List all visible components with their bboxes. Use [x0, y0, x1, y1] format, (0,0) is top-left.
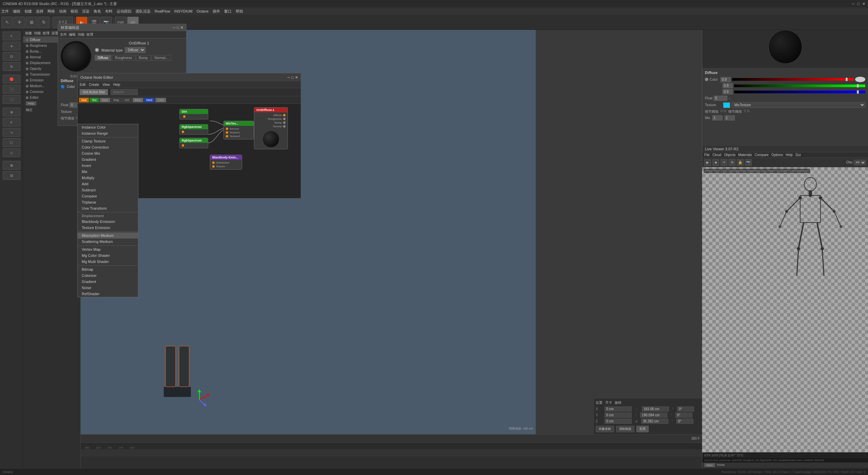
node-search-input[interactable]: [111, 89, 138, 95]
left-btn-3[interactable]: ⊡: [3, 52, 20, 61]
left-btn-mode6[interactable]: ⊞: [3, 161, 20, 170]
menu-create[interactable]: 创建: [24, 9, 32, 14]
menu-team[interactable]: 团队渲染: [136, 9, 151, 14]
left-btn-mode1[interactable]: ⊕: [3, 108, 20, 116]
node-rgb-spec1[interactable]: RgbSpectrum: [179, 124, 208, 135]
dropdown-item-mg-multi[interactable]: Mg Multi Shader: [78, 259, 138, 265]
node-mix-tex[interactable]: MixTex... Amount Texture1 Texture2: [223, 121, 254, 139]
dropdown-item-subtract[interactable]: Subtract: [78, 187, 138, 193]
dropdown-item-blackbody-em[interactable]: Blackbody Emission: [78, 218, 138, 225]
node-oct-diffuse[interactable]: OctDiffuse.1 Diffuse Roughness: [254, 107, 288, 149]
left-btn-mode2[interactable]: ≡: [3, 118, 20, 127]
mat-toolbar-btn4[interactable]: 纹理: [86, 32, 93, 37]
dropdown-item-gradient2[interactable]: Gradient: [78, 279, 138, 285]
dropdown-item-texture-em[interactable]: Texture Emission: [78, 225, 138, 231]
coord-z-pos[interactable]: [605, 419, 632, 424]
menu-window[interactable]: 窗口: [224, 9, 232, 14]
node-menu-create[interactable]: Create: [89, 83, 99, 87]
dropdown-item-refshader[interactable]: RefShader: [78, 291, 138, 297]
right-mix-input2[interactable]: [725, 115, 735, 120]
node-tab-map[interactable]: Map: [111, 98, 122, 102]
dropdown-item-absorption[interactable]: Absorption Medium: [78, 232, 138, 239]
mat-list-tool2[interactable]: 功能: [34, 31, 41, 36]
mat-help-btn[interactable]: Help: [26, 101, 36, 106]
left-btn-4[interactable]: ↻: [3, 62, 20, 71]
coord-x-pos[interactable]: [605, 406, 632, 412]
maximize-btn[interactable]: □: [857, 2, 860, 6]
dropdown-item-clamp[interactable]: Clamp Texture: [78, 138, 138, 144]
dropdown-item-multiply[interactable]: Multiply: [78, 175, 138, 181]
menu-mesh[interactable]: 网格: [47, 9, 55, 14]
dropdown-item-invert[interactable]: Invert: [78, 163, 138, 169]
dropdown-item-vertex-map[interactable]: Vertex Map: [78, 246, 138, 252]
node-tab-ems[interactable]: Ems: [133, 98, 143, 102]
mat-list-tool1[interactable]: 创建: [25, 31, 32, 36]
lv-noise-label[interactable]: Noise: [717, 463, 725, 467]
mat-toolbar-btn2[interactable]: 编辑: [69, 32, 76, 37]
left-btn-1[interactable]: ↖: [3, 32, 20, 40]
lv-menu-materials[interactable]: Materials: [738, 153, 752, 157]
lv-menu-help[interactable]: Help: [786, 153, 793, 157]
coord-y-rot[interactable]: [675, 413, 692, 418]
dropdown-item-bitmap[interactable]: Bitmap: [78, 266, 138, 272]
dropdown-item-color-correction[interactable]: Color Correction: [78, 144, 138, 150]
node-blackbody[interactable]: Blackbody Emis... Distribution Texture: [210, 155, 242, 170]
dropdown-item-cosine-mix[interactable]: Cosine Mix: [78, 150, 138, 156]
lv-btn-stop[interactable]: ■: [712, 159, 719, 166]
right-color-g-input[interactable]: [723, 83, 733, 88]
lv-btn-play[interactable]: ▶: [704, 159, 711, 166]
node-tab-med[interactable]: Med: [144, 98, 155, 102]
mat-editor-maximize[interactable]: □: [177, 25, 179, 30]
tool-select[interactable]: ↖: [1, 17, 13, 28]
node-editor-close[interactable]: ✕: [295, 75, 298, 80]
lv-btn-camera[interactable]: 📷: [745, 159, 752, 166]
tool-move[interactable]: ✛: [14, 17, 25, 28]
node-tab-tex[interactable]: Tex: [90, 98, 99, 102]
menu-animate[interactable]: 动画: [59, 9, 66, 14]
lv-menu-options[interactable]: Options: [771, 153, 783, 157]
right-color-picker[interactable]: ⊙: [855, 77, 865, 82]
menu-motion[interactable]: 运动跟踪: [117, 9, 132, 14]
left-btn-2[interactable]: ✛: [3, 42, 20, 51]
menu-edit[interactable]: 编辑: [13, 9, 20, 14]
coord-x-rot[interactable]: [677, 406, 694, 412]
dropdown-item-uvw[interactable]: Uvw Transform: [78, 205, 138, 211]
node-tab-mat[interactable]: Mat: [79, 98, 89, 102]
menu-insydium[interactable]: INSYDIUM: [174, 9, 193, 13]
right-texture-select[interactable]: MixTexture: [731, 102, 865, 108]
coord-z-rot[interactable]: [676, 419, 693, 424]
mat-tab-roughness[interactable]: Roughness: [112, 55, 135, 61]
menu-realflow[interactable]: RealFlow: [155, 9, 170, 13]
left-btn-6[interactable]: ⬛: [3, 85, 20, 94]
minimize-btn[interactable]: ─: [852, 2, 855, 6]
node-editor-title[interactable]: Octane Node Editor ─ □ ✕: [78, 73, 301, 81]
left-btn-mode4[interactable]: ⬡: [3, 138, 20, 147]
dropdown-item-mix[interactable]: Mix: [78, 169, 138, 175]
node-tab-c4d[interactable]: C4D: [155, 98, 166, 102]
lv-menu-file[interactable]: File: [704, 153, 710, 157]
lv-menu-cloud[interactable]: Cloud: [712, 153, 721, 157]
menu-cloth[interactable]: 布料: [105, 9, 113, 14]
lv-btn-reset[interactable]: ↺: [721, 159, 727, 166]
mat-tab-bump[interactable]: Bump: [136, 55, 151, 61]
dropdown-item-scattering[interactable]: Scattering Medium: [78, 239, 138, 245]
menu-help[interactable]: 帮助: [236, 9, 243, 14]
dropdown-item-gradient1[interactable]: Gradient: [78, 156, 138, 163]
lv-menu-compare[interactable]: Compare: [755, 153, 769, 157]
mat-toolbar-btn1[interactable]: 文件: [60, 32, 67, 37]
mat-editor-minimize[interactable]: ─: [173, 25, 176, 30]
node-tab-oct[interactable]: Oct: [122, 98, 132, 102]
dropdown-item-compare[interactable]: Compare: [78, 193, 138, 199]
mat-editor-title[interactable]: 材质编辑器 ─ □ ✕: [58, 24, 186, 31]
tool-rotate[interactable]: ↻: [38, 17, 50, 28]
lv-btn-lock[interactable]: 🔒: [737, 159, 744, 166]
node-rgb-spec2[interactable]: RgbSpectrum: [179, 138, 208, 148]
node-tab-gen[interactable]: Gen: [100, 98, 110, 102]
right-color-b-input[interactable]: [723, 89, 733, 94]
left-btn-mode7[interactable]: ⊟: [3, 171, 20, 180]
mat-toolbar-btn3[interactable]: 功能: [78, 32, 84, 37]
dropdown-item-add[interactable]: Add: [78, 181, 138, 187]
coord-y-pos[interactable]: [605, 413, 632, 418]
node-menu-edit[interactable]: Edit: [80, 83, 85, 87]
coord-apply-btn[interactable]: 对象坐标: [596, 426, 614, 432]
